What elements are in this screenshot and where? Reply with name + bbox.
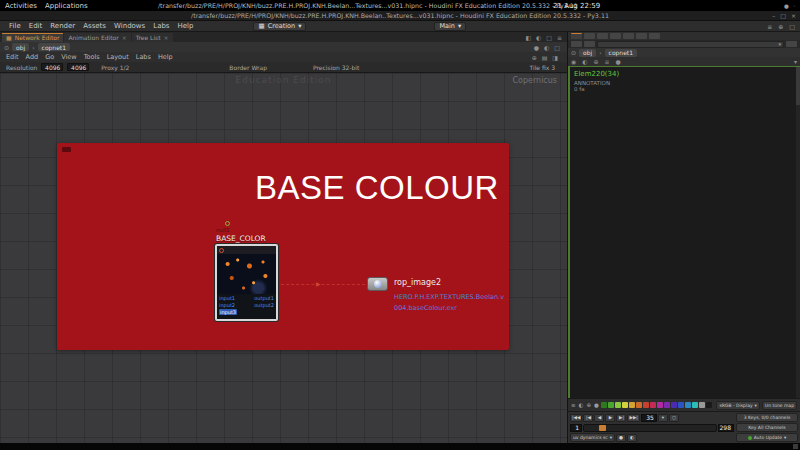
menu-edit[interactable]: Edit [25, 22, 47, 30]
resolution-x-field[interactable]: 4096 [41, 63, 63, 71]
pane-tab-chip[interactable] [649, 33, 660, 39]
color-swatch[interactable] [650, 402, 656, 408]
input-port[interactable]: input1 [219, 295, 237, 301]
resolution-y-field[interactable]: 4096 [67, 63, 89, 71]
timeline-slider[interactable] [583, 424, 717, 432]
toolbar-chip[interactable] [584, 41, 595, 47]
layout-icon[interactable]: □ [789, 23, 795, 30]
net-menu-labs[interactable]: Labs [136, 53, 151, 61]
pane-tab-chip[interactable] [636, 33, 647, 39]
network-icon[interactable]: ● [784, 3, 789, 9]
menu-labs[interactable]: Labs [149, 22, 173, 30]
current-frame-marker[interactable] [599, 425, 606, 431]
split-icon[interactable]: ◧ [525, 34, 531, 41]
output-port[interactable]: output2 [254, 302, 274, 308]
half-icon[interactable]: ◐ [536, 34, 541, 41]
tile-dropdown[interactable]: Tile fix 3 [530, 64, 555, 71]
tree-item-elem[interactable]: Elem220(34) [574, 70, 796, 78]
tab-animation-editor[interactable]: Animation Editor × [64, 33, 130, 42]
snap-icon[interactable]: ⊕ [532, 54, 537, 61]
net-menu-tools[interactable]: Tools [84, 53, 100, 61]
net-menu-add[interactable]: Add [26, 53, 39, 61]
dot-icon[interactable]: ● [616, 58, 621, 65]
play-reverse-icon[interactable]: ◀ [594, 414, 604, 422]
window-titlebar[interactable]: /transfer/buzz/PRE/H/PROJ/KNH/buzz.PRE.H… [0, 11, 800, 21]
keys-info-button[interactable]: 3 Keys, 0/0 channels [736, 413, 798, 422]
color-swatch[interactable] [643, 402, 649, 408]
half-icon[interactable]: ◐ [582, 58, 587, 65]
border-dropdown[interactable]: Border Wrap [229, 64, 267, 71]
list-icon[interactable]: ≡ [571, 402, 576, 408]
next-key-icon[interactable]: ▶| [616, 414, 626, 422]
camera-icon[interactable]: ◉ [571, 58, 576, 65]
toolbar-chip[interactable] [786, 41, 797, 47]
realtime-toggle-icon[interactable]: ● [616, 434, 626, 442]
pin-icon[interactable]: ⊙ [571, 49, 576, 56]
color-swatch[interactable] [699, 402, 705, 408]
pane-tab-chip[interactable] [610, 33, 621, 39]
prev-key-icon[interactable]: |◀ [583, 414, 593, 422]
pane-tab-chip[interactable] [597, 33, 608, 39]
add-icon[interactable]: ⊕ [594, 58, 599, 65]
list-icon[interactable]: ≡ [605, 58, 610, 65]
settings-icon[interactable]: □ [554, 44, 560, 51]
dot-icon[interactable]: ● [594, 402, 599, 408]
cop-node-base-color[interactable]: input1 input2 input3 output1 output2 [215, 244, 278, 321]
menu-file[interactable]: File [5, 22, 25, 30]
frame-options-icon[interactable]: ▾ [658, 414, 668, 422]
cache-mode-dropdown[interactable]: uv dynamics sc ▾ [570, 433, 615, 442]
system-tray[interactable]: ● ◦ [784, 3, 796, 9]
menu-help[interactable]: Help [174, 22, 198, 30]
rop-image-node[interactable] [367, 277, 388, 291]
activities-button[interactable]: Activities [5, 2, 37, 10]
menu-render[interactable]: Render [46, 22, 79, 30]
net-menu-layout[interactable]: Layout [107, 53, 129, 61]
sticky-collapse-button[interactable] [62, 147, 71, 152]
desktop-dropdown[interactable]: Main ▾ [434, 22, 466, 31]
play-icon[interactable]: ▶ [605, 414, 615, 422]
color-swatch[interactable] [664, 402, 670, 408]
net-menu-view[interactable]: View [61, 53, 76, 61]
half-icon[interactable]: ◐ [579, 402, 584, 408]
viewer-area[interactable]: Elem220(34) ANNOTATION 0 fa [568, 66, 800, 398]
sticky-note[interactable]: BASE COLOUR [57, 143, 509, 350]
color-swatch[interactable] [678, 402, 684, 408]
add-icon[interactable]: ⊕ [778, 23, 783, 30]
output-port[interactable]: output1 [254, 295, 274, 301]
close-tab-icon[interactable]: × [164, 34, 169, 41]
loop-icon[interactable]: ○ [669, 414, 679, 422]
expose-icon[interactable]: ◨ [552, 54, 558, 61]
scrollbar[interactable] [796, 67, 800, 398]
menu-assets[interactable]: Assets [79, 22, 110, 30]
range-end-field[interactable]: 298 [718, 424, 734, 432]
hamburger-icon[interactable]: ≡ [767, 23, 772, 30]
color-swatch[interactable] [685, 402, 691, 408]
toolbar-chip[interactable] [571, 41, 582, 47]
menu-windows[interactable]: Windows [110, 22, 149, 30]
tab-network-editor[interactable]: ▦ Network Editor [2, 33, 63, 42]
pin-icon[interactable]: ⊙ [4, 44, 9, 51]
pane-menu-icon[interactable]: ≡ [557, 34, 562, 41]
resize-corner[interactable] [793, 444, 798, 449]
input-port-selected[interactable]: input3 [219, 309, 237, 315]
maximize-icon[interactable]: □ [780, 12, 786, 19]
net-menu-help[interactable]: Help [158, 53, 173, 61]
clock[interactable]: 21 Aug 22:59 [553, 2, 600, 10]
filter-icon[interactable]: ◐ [544, 44, 549, 51]
add-icon[interactable]: ⊕ [586, 402, 591, 408]
auto-update-dropdown[interactable]: Auto Update ▾ [736, 433, 798, 442]
tab-tree-list[interactable]: Tree List × [132, 33, 173, 42]
node-flag-icon[interactable] [219, 248, 224, 253]
maximize-pane-icon[interactable]: □ [546, 34, 552, 41]
net-menu-edit[interactable]: Edit [6, 53, 19, 61]
input-port[interactable]: input2 [219, 302, 237, 308]
close-icon[interactable]: × [791, 12, 796, 19]
color-swatch[interactable] [629, 402, 635, 408]
chevron-down-icon[interactable]: ▾ [794, 58, 797, 65]
shelf-set-dropdown[interactable]: ▦ Creation ▾ [253, 22, 306, 31]
pane-tab-chip[interactable] [584, 33, 595, 39]
power-icon[interactable]: ◦ [793, 3, 796, 9]
path-root[interactable]: obj [579, 49, 596, 57]
range-start-field[interactable]: 1 [570, 424, 582, 432]
node-wire[interactable] [281, 284, 365, 285]
